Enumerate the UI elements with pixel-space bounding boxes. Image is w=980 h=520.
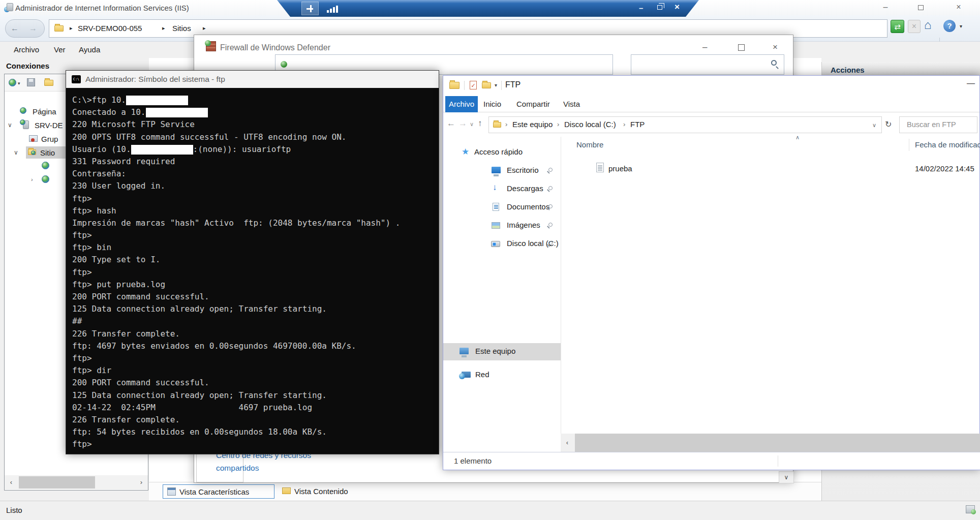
breadcrumb-sitios[interactable]: Sitios	[172, 24, 191, 33]
help-dropdown-icon[interactable]: ▾	[960, 23, 962, 29]
column-fecha[interactable]: Fecha de modificación	[915, 140, 980, 149]
up-icon[interactable]: ↑	[478, 118, 482, 129]
rdp-restore-button[interactable]	[657, 5, 662, 10]
site-icon	[42, 162, 49, 169]
server-globe-icon	[20, 119, 25, 125]
explorer-minimize-button[interactable]: —	[967, 79, 975, 88]
scroll-left-icon[interactable]: ‹	[5, 475, 18, 490]
iis-minimize-button[interactable]: –	[878, 3, 893, 12]
iis-close-button[interactable]: ×	[952, 3, 966, 12]
back-icon[interactable]: ←	[447, 118, 455, 129]
titlebar-divider	[501, 81, 502, 90]
connect-server-icon[interactable]	[9, 79, 16, 86]
link-line: compartidos	[216, 462, 348, 474]
breadcrumb-ftp[interactable]: FTP	[630, 120, 645, 129]
firewall-maximize-button[interactable]	[738, 44, 745, 51]
breadcrumb-disco-local[interactable]: Disco local (C:)	[564, 120, 616, 129]
firewall-minimize-button[interactable]: –	[702, 42, 707, 52]
chevron-down-icon[interactable]: ∨	[14, 149, 18, 156]
console-line: ##	[72, 315, 439, 327]
text-file-icon	[596, 163, 604, 172]
redaction-box	[131, 145, 193, 155]
home-icon[interactable]: ⌂	[924, 18, 932, 32]
connections-hscrollbar[interactable]: ‹ ›	[5, 475, 148, 490]
firewall-window-title: Firewall de Windows Defender	[220, 43, 330, 52]
scrollbar-thumb[interactable]	[19, 476, 95, 488]
downloads-icon: ↓	[493, 182, 497, 193]
nav-item-este-equipo[interactable]: Este equipo	[443, 343, 561, 360]
scroll-down-icon[interactable]: ∨	[779, 471, 794, 483]
pane-divider[interactable]	[561, 137, 561, 434]
sites-globe-icon	[31, 150, 36, 155]
chevron-right-icon[interactable]: ›	[31, 176, 33, 182]
tree-item-label: SRV-DE	[35, 121, 63, 130]
console-line: 226 Transfer complete.	[72, 328, 439, 340]
new-folder-icon[interactable]	[482, 82, 491, 88]
explorer-address-bar[interactable]: › Este equipo › Disco local (C:) › FTP ∨	[488, 116, 882, 133]
console-line: ftp> hash	[72, 205, 439, 217]
nav-item-escritorio[interactable]: Escritorio	[443, 163, 561, 178]
console-line: 200 OPTS UTF8 command successful - UTF8 …	[72, 131, 439, 143]
nav-item-imagenes[interactable]: Imágenes	[443, 218, 561, 233]
nav-item-label: Este equipo	[475, 347, 515, 355]
scrollbar-thumb[interactable]	[575, 434, 980, 452]
open-folder-icon[interactable]	[44, 80, 53, 86]
recent-locations-icon[interactable]: ∨	[470, 121, 474, 128]
menu-archivo[interactable]: Archivo	[14, 45, 39, 54]
actions-panel-title: Acciones	[831, 66, 865, 74]
firewall-close-button[interactable]: ×	[773, 42, 778, 52]
ribbon-tab-inicio[interactable]: Inicio	[483, 96, 501, 112]
breadcrumb-server[interactable]: SRV-DEMO00-055	[78, 24, 142, 33]
breadcrumb-este-equipo[interactable]: Este equipo	[512, 120, 553, 129]
connection-status-icon	[966, 505, 975, 513]
properties-check-icon[interactable]: ✓	[470, 81, 477, 89]
explorer-titlebar[interactable]: ✓ ▾ FTP —	[443, 76, 979, 95]
rdp-minimize-button[interactable]: –	[639, 4, 643, 12]
explorer-hscrollbar[interactable]: ‹	[561, 434, 980, 452]
column-nombre[interactable]: Nombre	[576, 140, 603, 149]
nav-item-documentos[interactable]: Documentos	[443, 200, 561, 215]
iis-maximize-button[interactable]	[918, 5, 924, 10]
nav-item-descargas[interactable]: ↓ Descargas	[443, 181, 561, 197]
column-divider[interactable]	[909, 139, 909, 151]
tab-vista-caracteristicas[interactable]: Vista Características	[163, 484, 274, 499]
explorer-app-icon	[449, 82, 460, 89]
tab-vista-contenido[interactable]: Vista Contenido	[278, 484, 359, 499]
nav-item-label: Descargas	[507, 184, 543, 193]
console-line: 125 Data connection already open; Transf…	[72, 303, 439, 315]
explorer-window-title: FTP	[505, 80, 520, 89]
signal-bars-icon	[327, 10, 329, 13]
rdp-pin-button[interactable]	[301, 2, 319, 15]
nav-item-red[interactable]: Red	[443, 366, 561, 384]
console-line: 331 Password required	[72, 156, 439, 168]
nav-item-quick-access[interactable]: ★ Acceso rápido	[443, 145, 561, 160]
console-output[interactable]: C:\>ftp 10.Conectado a 10.220 Microsoft …	[66, 88, 439, 454]
connect-dropdown-icon[interactable]: ▾	[18, 81, 20, 86]
scroll-right-icon[interactable]: ›	[135, 475, 148, 490]
qat-dropdown-icon[interactable]: ▾	[495, 82, 497, 88]
ribbon-tab-vista[interactable]: Vista	[563, 96, 580, 112]
refresh-icon[interactable]: ⇄	[891, 20, 904, 33]
ribbon-tab-compartir[interactable]: Compartir	[516, 96, 550, 112]
menu-ayuda[interactable]: Ayuda	[79, 45, 100, 54]
tree-item-label: Sitio	[40, 148, 55, 157]
iis-back-button[interactable]: ←	[8, 22, 22, 36]
address-dropdown-icon[interactable]: ∨	[872, 122, 876, 129]
console-line: ftp: 4697 bytes enviados en 0.00segundos…	[72, 340, 439, 352]
chevron-down-icon[interactable]: ∨	[8, 121, 12, 129]
rdp-close-button[interactable]: ×	[675, 2, 680, 12]
search-icon	[771, 60, 777, 66]
nav-item-disco-local[interactable]: Disco local (C:)	[443, 236, 561, 252]
file-row-prueba[interactable]: prueba 14/02/2022 14:45 Documento de tex	[561, 161, 980, 176]
firewall-search-box[interactable]	[631, 54, 784, 75]
console-titlebar[interactable]: C:\ Administrador: Símbolo del sistema -…	[66, 71, 439, 88]
help-icon[interactable]: ?	[943, 20, 956, 32]
ribbon-tab-archivo[interactable]: Archivo	[445, 96, 478, 112]
save-icon[interactable]	[27, 78, 35, 86]
iis-forward-button[interactable]: →	[26, 22, 40, 36]
explorer-search-box[interactable]: Buscar en FTP	[899, 116, 977, 133]
scroll-left-icon[interactable]: ‹	[561, 434, 574, 452]
sort-ascending-icon[interactable]: ∧	[795, 134, 800, 141]
menu-ver[interactable]: Ver	[54, 45, 66, 54]
refresh-icon[interactable]: ↻	[885, 119, 892, 129]
